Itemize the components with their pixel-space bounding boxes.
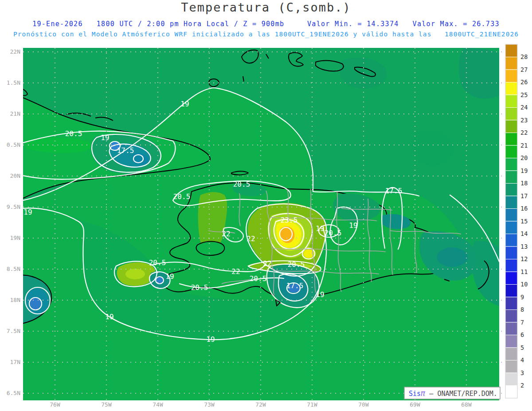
contour-label: 20.5 <box>325 229 342 237</box>
colorbar-segment <box>505 360 517 373</box>
lon-tick-label: 75W <box>101 401 112 408</box>
colorbar-tick-label: 16 <box>520 205 528 212</box>
lon-tick-label: 70W <box>358 401 369 408</box>
patch-east-teal-core <box>437 247 468 267</box>
contour-label: 20.5 <box>65 129 82 138</box>
gonave-island <box>196 242 225 255</box>
contour-label: 20.5 <box>191 283 208 292</box>
contour-label: 19 <box>23 208 32 216</box>
colorbar-segment <box>505 196 517 209</box>
colorbar-segment <box>505 44 517 57</box>
contour-label: 19 <box>316 290 324 299</box>
colorbar-tick-label: 4 <box>520 356 524 364</box>
colorbar-tick-label: 18 <box>520 180 528 187</box>
weather-map-page: Temperatura (C,somb.) 19-Ene-2026 1800 U… <box>0 0 532 411</box>
contour-label: 20.5 <box>288 260 305 269</box>
contour-label: 23.5 <box>281 216 298 224</box>
colorbar-tick-label: 3 <box>520 369 524 376</box>
contour-label: 19 <box>180 100 189 108</box>
colorbar-tick-label: 25 <box>520 91 528 98</box>
contour-label: 17.5 <box>385 187 403 195</box>
colorbar-tick-label: 26 <box>520 78 528 86</box>
colorbar-tick-label: 10 <box>520 281 528 288</box>
colorbar-segment <box>505 57 517 70</box>
colorbar-tick-label: 7 <box>520 319 524 326</box>
colorbar-tick-label: 13 <box>520 243 528 250</box>
lon-tick-label: 73W <box>204 401 215 408</box>
contour-label: 22 <box>263 259 271 268</box>
contour-label: 19 <box>165 272 174 281</box>
colorbar-tick-label: 8 <box>520 306 524 313</box>
attribution-sis: Sis <box>409 390 421 398</box>
lon-tick-label: 74W <box>153 401 163 408</box>
lon-tick-label: 69W <box>410 401 420 408</box>
colorbar-tick-label: 17 <box>520 192 528 200</box>
contour-label: 20.5 <box>149 258 166 267</box>
cuba-warm-spot <box>27 138 91 153</box>
contour-label: 17.5 <box>286 282 304 290</box>
lat-tick-label: 21N <box>10 110 20 117</box>
colorbar-segment <box>505 133 517 146</box>
contour-label: 20.5 <box>250 274 267 283</box>
lon-tick-label: 68W <box>461 401 472 408</box>
colorbar-tick-label: 5 <box>520 344 524 351</box>
lat-tick-label: 8.5N <box>7 266 20 272</box>
attribution: Sisπ – ONAMET/REP.DOM. <box>404 387 500 399</box>
colorbar-segment <box>505 335 517 348</box>
contour-label: 19 <box>206 335 215 344</box>
contour-label: 19 <box>105 313 113 321</box>
contour-label: 22 <box>246 235 255 243</box>
colorbar-segment <box>505 272 517 285</box>
latitude-axis: 22N1.5N21N0.5N20N9.5N19N8.5N18N7.5N17N6.… <box>7 48 20 396</box>
colorbar-segment <box>505 70 517 82</box>
colorbar-segment <box>505 297 517 310</box>
colorbar-tick-label: 14 <box>520 230 528 237</box>
colorbar-tick-label: 11 <box>520 268 528 275</box>
lon-tick-label: 72W <box>255 401 266 408</box>
colorbar-tick-label: 9 <box>520 294 524 301</box>
contour-label: 22 <box>222 230 230 238</box>
contour-label: 20.5 <box>173 192 191 201</box>
colorbar-segment <box>505 145 517 158</box>
contour-label: 19 <box>101 133 109 142</box>
colorbar-segment <box>505 234 517 247</box>
colorbar-segment <box>505 95 517 108</box>
colorbar-segment <box>505 310 517 323</box>
colorbar-tick-label: 6 <box>520 331 524 338</box>
lat-tick-label: 1.5N <box>7 79 20 86</box>
lat-tick-label: 22N <box>10 48 20 55</box>
colorbar-tick-label: 28 <box>520 53 528 60</box>
colorbar-tick-label: 23 <box>520 117 528 124</box>
patch-sw-olive-core <box>125 269 145 279</box>
colorbar-tick-label: 2 <box>520 382 524 389</box>
colorbar-segment <box>505 184 517 196</box>
colorbar-tick-label: 21 <box>520 142 528 149</box>
colorbar-segment <box>505 386 517 399</box>
lat-tick-label: 20N <box>10 172 20 179</box>
colorbar-segment <box>505 322 517 335</box>
colorbar-segment <box>505 158 517 171</box>
lon-tick-label: 71W <box>307 401 317 408</box>
colorbar-tick-label: 20 <box>520 154 528 161</box>
lon-tick-label: 76W <box>50 401 60 408</box>
colorbar-segment <box>505 247 517 259</box>
attribution-text: Sisπ – ONAMET/REP.DOM. <box>409 389 497 398</box>
colorbar-segment <box>505 348 517 360</box>
colorbar-tick-label: 24 <box>520 104 528 111</box>
lat-tick-label: 9.5N <box>7 204 20 210</box>
attribution-org: – ONAMET/REP.DOM. <box>425 390 497 398</box>
colorbar-segment <box>505 82 517 95</box>
temperature-field <box>13 48 499 400</box>
contour-label: 22 <box>231 267 240 276</box>
map-canvas: 22N1.5N21N0.5N20N9.5N19N8.5N18N7.5N17N6.… <box>0 0 532 411</box>
lat-tick-label: 17N <box>10 359 20 365</box>
colorbar: 2827262524232221201918171615141312111098… <box>505 44 528 398</box>
colorbar-segment <box>505 285 517 297</box>
contour-label: 20.5 <box>233 180 250 188</box>
lat-tick-label: 19N <box>10 235 20 241</box>
colorbar-segment <box>505 171 517 184</box>
contour-label: 19 <box>316 224 324 233</box>
contour-label: 17.5 <box>117 146 134 155</box>
colorbar-tick-label: 19 <box>520 167 528 174</box>
colorbar-tick-label: 22 <box>520 129 528 136</box>
